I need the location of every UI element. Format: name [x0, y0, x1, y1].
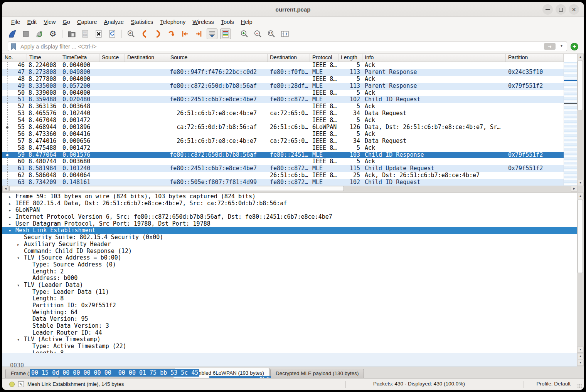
save-file-button[interactable]: 01010110 — [80, 28, 91, 39]
detail-line[interactable]: Partition ID: 0x79f551f2 — [2, 302, 577, 309]
zoom-out-button[interactable] — [253, 28, 263, 39]
menu-edit[interactable]: Edit — [24, 17, 40, 27]
detail-line[interactable]: ▸IEEE 802.15.4 Data, Dst: 26:51:c6:b7:e8… — [2, 200, 577, 207]
column-header-timedelta-2[interactable]: TimeDelta — [60, 54, 99, 62]
detail-line[interactable]: Data Version: 95 — [2, 316, 577, 323]
bytes-vscrollbar[interactable]: ▲ ▼ — [577, 353, 584, 367]
packet-row[interactable]: 588.4754880.001472IEEE 8…5Ack — [2, 145, 564, 152]
packet-row[interactable]: 628.5860480.00406426:51:c6:b…IEEE 8…25Ac… — [2, 172, 564, 179]
hscroll-thumb[interactable] — [9, 186, 344, 191]
scroll-up-arrow[interactable]: ▲ — [577, 54, 584, 60]
packet-row[interactable]: 548.4670480.001472IEEE 8…5Ack — [2, 117, 564, 124]
menu-capture[interactable]: Capture — [74, 17, 101, 27]
stop-capture-button[interactable] — [20, 28, 31, 39]
column-header-info-9[interactable]: Info — [362, 54, 506, 62]
minimize-button[interactable] — [542, 4, 553, 15]
menu-wireless[interactable]: Wireless — [189, 17, 217, 27]
column-header-no-0[interactable]: No. — [2, 54, 27, 62]
detail-line[interactable]: ▸User Datagram Protocol, Src Port: 19788… — [2, 221, 577, 228]
packet-list-hscrollbar[interactable]: ◀ ▶ — [2, 186, 578, 192]
column-header-source-5[interactable]: Source — [168, 54, 268, 62]
scroll-thumb[interactable] — [578, 200, 583, 273]
detail-line[interactable]: Length: 2 — [2, 268, 577, 275]
zoom-original-button[interactable]: 1:1 — [266, 28, 277, 39]
expander-icon[interactable]: ▸ — [8, 221, 15, 228]
apply-filter-button[interactable]: ➜ — [544, 43, 556, 50]
detail-line[interactable]: ▾TLV (Leader Data) — [2, 282, 577, 289]
detail-line[interactable]: Command: Child ID Response (12) — [2, 248, 577, 255]
detail-line[interactable]: ▾TLV (Source Address = b0:00) — [2, 255, 577, 261]
column-header-partition-10[interactable]: Partition — [506, 54, 564, 62]
scroll-thumb[interactable] — [578, 61, 583, 110]
expander-icon[interactable]: ▸ — [8, 214, 15, 221]
packet-row[interactable]: 498.3350080.057200fe80::c872:650d:b7b8:5… — [2, 83, 564, 90]
packet-row[interactable]: 568.4733600.004416IEEE 8…5Ack — [2, 131, 564, 138]
packet-list-vscrollbar[interactable]: ▲ ▼ — [577, 54, 584, 192]
profile-status[interactable]: Profile: Default — [536, 381, 571, 387]
filter-dropdown-caret[interactable]: ▾ — [561, 44, 562, 48]
detail-line[interactable]: ▾Mesh Link Establishment — [2, 227, 577, 234]
display-filter-input[interactable] — [8, 42, 567, 51]
column-header-destination-4[interactable]: Destination — [125, 54, 168, 62]
packet-row[interactable]: 508.3390080.004000IEEE 8…5Ack — [2, 90, 564, 97]
scroll-down-arrow[interactable]: ▼ — [577, 360, 584, 366]
menu-go[interactable]: Go — [59, 17, 74, 27]
scroll-up-arrow[interactable]: ▲ — [577, 193, 584, 199]
packet-row[interactable]: 518.3594880.020480fe80::2451:c6b7:e8ce:4… — [2, 96, 564, 103]
column-header-destination-6[interactable]: Destination — [268, 54, 310, 62]
expander-icon[interactable]: ▸ — [8, 194, 15, 201]
packet-row[interactable]: 578.4740160.00065626:51:c6:b7:e8:ce:4b:e… — [2, 138, 564, 145]
hex-bytes-selected[interactable]: 00 15 0d 00 00 00 00 00 00 00 01 75 bb 5… — [30, 369, 199, 377]
scroll-down-arrow[interactable]: ▼ — [577, 347, 584, 353]
details-vscrollbar[interactable]: ▲ ▼ — [577, 193, 584, 353]
detail-line[interactable]: Weighting: 64 — [2, 309, 577, 316]
column-header-protocol-7[interactable]: Protocol — [310, 54, 338, 62]
expert-info-icon[interactable] — [9, 382, 15, 387]
start-capture-button[interactable] — [7, 28, 18, 39]
filter-bookmark-icon[interactable] — [10, 43, 17, 50]
detail-line[interactable]: ▸Frame 59: 103 bytes on wire (824 bits),… — [2, 193, 577, 200]
scroll-down-arrow[interactable]: ▼ — [577, 180, 584, 186]
capture-comment-icon[interactable]: ✎ — [18, 381, 24, 387]
packet-row[interactable]: 638.7342090.148161fe80::505e:f807:7f81:4… — [2, 179, 564, 186]
detail-line[interactable]: Stable Data Version: 3 — [2, 323, 577, 330]
menu-view[interactable]: View — [40, 17, 59, 27]
column-header-time-1[interactable]: Time — [27, 54, 60, 62]
packet-row[interactable]: 558.4689440.001896ca:72:65:0d:b7:b8:56:a… — [2, 124, 564, 131]
expander-icon[interactable]: ▾ — [17, 255, 24, 262]
scroll-right-arrow[interactable]: ▶ — [571, 186, 578, 192]
packet-row[interactable]: 598.4770640.001576fe80::c872:650d:b7b8:5… — [2, 152, 564, 159]
menu-help[interactable]: Help — [237, 17, 256, 27]
detail-line[interactable]: Leader Router ID: 44 — [2, 330, 577, 337]
restart-capture-button[interactable] — [34, 28, 45, 39]
column-header-source-3[interactable]: Source — [99, 54, 125, 62]
byte-tab-3[interactable]: Decrypted MLE payload (130 bytes) — [270, 369, 364, 378]
capture-options-button[interactable]: ⚙ — [47, 28, 58, 39]
open-file-button[interactable] — [66, 28, 77, 39]
resize-grip[interactable] — [577, 384, 582, 389]
packet-map-scrollbar[interactable] — [564, 62, 577, 186]
column-header-length-8[interactable]: Length — [338, 54, 362, 62]
detail-line[interactable]: Security Suite: 802.15.4 Security (0x00) — [2, 234, 577, 241]
colorize-toggle[interactable] — [220, 28, 231, 39]
expander-icon[interactable]: ▸ — [8, 201, 15, 208]
menu-analyze[interactable]: Analyze — [101, 17, 128, 27]
detail-line[interactable]: Length: 8 — [2, 295, 577, 302]
packet-row[interactable]: 618.5819840.101240fe80::2451:c6b7:e8ce:4… — [2, 165, 564, 172]
maximize-button[interactable] — [556, 4, 566, 15]
menu-tools[interactable]: Tools — [217, 17, 237, 27]
previous-packet-button[interactable] — [139, 28, 150, 39]
detail-line[interactable]: ▸6LoWPAN — [2, 207, 577, 214]
zoom-in-button[interactable] — [239, 28, 250, 39]
packet-row[interactable]: 528.3631360.003648IEEE 8…5Ack — [2, 103, 564, 110]
hex-row[interactable]: 0030 00 15 0d 00 00 00 00 00 00 00 01 75… — [2, 355, 577, 363]
next-packet-button[interactable] — [153, 28, 163, 39]
auto-scroll-toggle[interactable] — [207, 28, 217, 39]
detail-line[interactable]: ▾TLV (Active Timestamp) — [2, 336, 577, 343]
packet-row[interactable]: 468.2240080.004000IEEE 8…5Ack — [2, 62, 564, 69]
close-file-button[interactable] — [93, 28, 104, 39]
menu-file[interactable]: File — [8, 17, 24, 27]
packet-row[interactable]: 538.4655760.10244026:51:c6:b7:e8:ce:4b:e… — [2, 110, 564, 117]
find-packet-button[interactable]: A — [126, 28, 136, 39]
scroll-up-arrow[interactable]: ▲ — [577, 353, 584, 359]
